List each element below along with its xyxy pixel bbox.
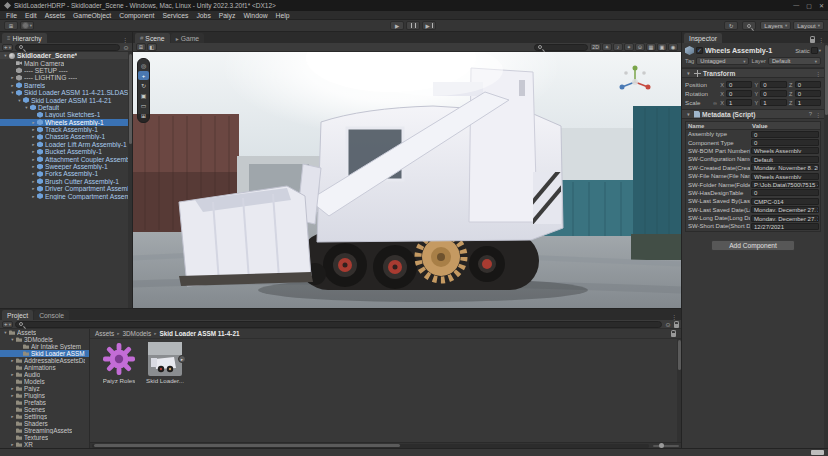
menu-gameobject[interactable]: GameObject	[69, 12, 115, 19]
shading-dropdown[interactable]: ◧	[147, 43, 157, 51]
foldout-arrow-icon[interactable]: ▾	[685, 112, 692, 117]
active-checkbox[interactable]: ✓	[696, 47, 703, 54]
add-component-button[interactable]: Add Component	[711, 240, 795, 251]
tree-item[interactable]: ▸Attachment Coupler Assembly-1	[0, 155, 132, 162]
expand-arrow-icon[interactable]: ▸	[9, 83, 16, 88]
expand-arrow-icon[interactable]: ▸	[30, 127, 37, 132]
tree-item[interactable]: ▸---- LIGHTING ----	[0, 74, 132, 81]
scale-z-field[interactable]: 1	[795, 99, 821, 106]
layout-dropdown[interactable]: Layout▾	[793, 21, 824, 30]
tree-item[interactable]: ▸Driver Compartment Assembly-1	[0, 185, 132, 192]
tree-item[interactable]: ▸Barrels	[0, 82, 132, 89]
effects-toggle[interactable]: ✶	[624, 43, 634, 51]
metadata-value-field[interactable]: P:\Job.Data\7500\7515 - L	[751, 181, 819, 188]
close-button[interactable]: ✕	[819, 2, 824, 9]
tree-item[interactable]: ▾Skidloader_Scene*	[0, 52, 132, 59]
tab-inspector[interactable]: Inspector	[684, 33, 722, 43]
lighting-toggle[interactable]: ☀	[602, 43, 612, 51]
scene-visibility-toggle[interactable]: ⊙	[635, 43, 645, 51]
tree-item[interactable]: ▾Default	[0, 104, 132, 111]
expand-arrow-icon[interactable]: ▸	[9, 414, 16, 419]
menu-jobs[interactable]: Jobs	[192, 12, 214, 19]
tab-scene[interactable]: #Scene	[135, 33, 170, 43]
rotation-z-field[interactable]: 0	[795, 90, 821, 97]
position-x-field[interactable]: 0	[726, 81, 752, 88]
layers-dropdown[interactable]: Layers▾	[760, 21, 791, 30]
expand-arrow-icon[interactable]: ▾	[2, 53, 9, 58]
menu-component[interactable]: Component	[115, 12, 158, 19]
metadata-value-field[interactable]: Default	[751, 156, 819, 163]
menu-paiyz[interactable]: Paiyz	[215, 12, 240, 19]
breadcrumb-segment[interactable]: Assets	[95, 330, 114, 337]
scene-viewport[interactable]: ◎+↻▣▭⊞	[133, 52, 681, 308]
expand-arrow-icon[interactable]: ▸	[9, 358, 16, 363]
menu-file[interactable]: File	[2, 12, 21, 19]
tree-item[interactable]: ▸AddressableAssetsData	[0, 357, 89, 364]
tree-item[interactable]: Layout Sketches-1	[0, 111, 132, 118]
create-dropdown[interactable]: +▾	[2, 321, 13, 328]
scale-y-field[interactable]: 1	[760, 99, 786, 106]
maximize-button[interactable]: ▢	[806, 2, 812, 9]
transform-component-header[interactable]: ▾ Transform ⋮	[682, 68, 824, 78]
expand-arrow-icon[interactable]: ▸	[30, 157, 37, 162]
menu-services[interactable]: Services	[158, 12, 192, 19]
grid-toggle[interactable]: ▦	[646, 43, 656, 51]
rect-tool[interactable]: ▭	[138, 101, 149, 110]
undo-history-icon[interactable]: ↻	[724, 21, 738, 30]
tree-item[interactable]: ▸Bucket Assembly-1	[0, 148, 132, 155]
metadata-value-field[interactable]: 12/27/2021	[751, 223, 819, 230]
tree-item[interactable]: ---- SETUP ----	[0, 67, 132, 74]
layer-dropdown[interactable]: Default▾	[768, 57, 821, 65]
menu-assets[interactable]: Assets	[41, 12, 69, 19]
asset-skid-loader-model[interactable]: ▸ Skid Loader...	[142, 342, 188, 384]
link-scale-icon[interactable]: ∞	[712, 100, 718, 106]
kebab-icon[interactable]: ⋮	[671, 313, 677, 320]
static-checkbox[interactable]	[811, 47, 818, 54]
inspector-scrollbar[interactable]	[824, 43, 828, 448]
menu-edit[interactable]: Edit	[21, 12, 41, 19]
hierarchy-scrollbar[interactable]	[128, 52, 132, 308]
tree-item[interactable]: Shaders	[0, 420, 89, 427]
tree-item[interactable]: ▸Loader Lift Arm Assembly-1	[0, 141, 132, 148]
expand-arrow-icon[interactable]: ▸	[30, 164, 37, 169]
minimize-button[interactable]: —	[793, 2, 799, 9]
kebab-icon[interactable]: ⋮	[815, 111, 821, 118]
tree-item[interactable]: ▸Sweeper Assembly-1	[0, 163, 132, 170]
tab-console[interactable]: Console	[34, 310, 69, 320]
breadcrumb-segment[interactable]: Skid Loader ASSM 11-4-21	[160, 330, 240, 337]
tree-item[interactable]: ▸Track Assembly-1	[0, 126, 132, 133]
position-y-field[interactable]: 0	[760, 81, 786, 88]
expand-arrow-icon[interactable]: ▾	[9, 337, 16, 342]
expand-asset-arrow-icon[interactable]: ▸	[178, 355, 186, 363]
foldout-arrow-icon[interactable]: ▾	[685, 71, 692, 76]
metadata-component-header[interactable]: ▾ Metadata (Script) ?⋮	[682, 109, 824, 119]
pause-button[interactable]	[406, 21, 420, 30]
breadcrumb-segment[interactable]: 3DModels	[122, 330, 151, 337]
metadata-value-field[interactable]: Monday, December 27, 20	[751, 215, 819, 222]
expand-arrow-icon[interactable]: ▸	[30, 186, 37, 191]
tree-item[interactable]: Main Camera	[0, 59, 132, 66]
expand-arrow-icon[interactable]: ▸	[9, 442, 16, 447]
metadata-value-field[interactable]: Monday, December 27, 20	[751, 206, 819, 213]
tree-item[interactable]: Prefabs	[0, 399, 89, 406]
thumbnail-size-slider[interactable]	[653, 445, 679, 447]
transform-tool[interactable]: ⊞	[138, 111, 149, 120]
create-dropdown[interactable]: +▾	[2, 44, 13, 51]
rotation-y-field[interactable]: 0	[760, 90, 786, 97]
kebab-icon[interactable]: ⋮	[818, 36, 824, 43]
scale-x-field[interactable]: 1	[726, 99, 752, 106]
tree-item[interactable]: ▸Engine Compartment Assembly-2	[0, 192, 132, 199]
gameobject-name[interactable]: Wheels Assembly-1	[705, 46, 793, 55]
tree-item[interactable]: ▾Skid Loader ASSM 11-4-21	[0, 96, 132, 103]
tree-item[interactable]: ▸Settings	[0, 413, 89, 420]
tree-item[interactable]: ▸XR	[0, 441, 89, 448]
tree-item[interactable]: ▸Chassis Assembly-1	[0, 133, 132, 140]
metadata-value-field[interactable]: Monday, November 8, 202	[751, 164, 819, 171]
lock-icon[interactable]	[671, 333, 676, 337]
tree-item[interactable]: Animations	[0, 364, 89, 371]
play-button[interactable]: ▶	[390, 21, 404, 30]
hierarchy-search-input[interactable]	[15, 44, 120, 51]
tree-item[interactable]: ▾Skid Loader ASSM 11-4-21.SLDASM	[0, 89, 132, 96]
static-dropdown-icon[interactable]: ▾	[819, 48, 821, 53]
tree-item[interactable]: Skid Loader ASSM 11-4	[0, 350, 89, 357]
